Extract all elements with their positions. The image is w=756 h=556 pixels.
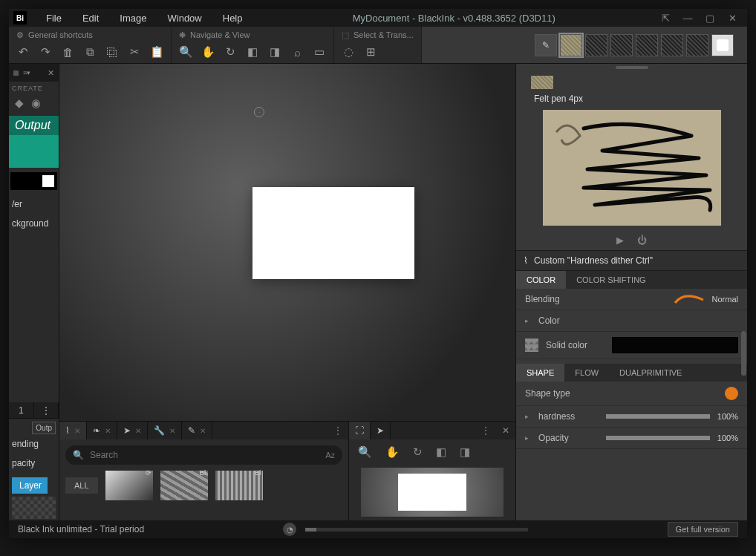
flip2-icon[interactable]: ◨ [460,445,470,459]
minimize-icon[interactable]: — [677,11,698,24]
opacity-label: Opacity [538,433,569,443]
menu-help[interactable]: Help [212,13,253,24]
tab-close-icon[interactable]: ✕ [105,427,111,435]
brush-pen[interactable] [535,34,557,56]
brush-thumb-1[interactable]: ⟳ [105,471,153,500]
menu-image[interactable]: Image [109,13,157,24]
transform-icon[interactable]: ⊞ [364,45,377,59]
diamond-icon[interactable]: ◆ [15,97,24,110]
fit-screen-icon[interactable]: ▭ [313,45,326,59]
dock-handle-icon[interactable] [13,71,19,76]
brush-felt[interactable] [560,34,582,56]
brush-3[interactable] [585,34,607,56]
paste-icon[interactable]: 📋 [150,45,163,59]
tab-close-icon[interactable]: ✕ [200,427,206,435]
pin-icon[interactable]: ⇱ [655,11,676,24]
tab-flow[interactable]: FLOW [564,364,609,382]
redo-icon[interactable]: ↷ [39,45,52,59]
expand-icon[interactable]: ▸ [525,413,531,420]
marquee-icon[interactable]: ◌ [342,45,355,59]
play-icon[interactable]: ▶ [616,235,624,246]
document-canvas[interactable] [252,187,414,279]
nav-tab-1[interactable]: ⛶ [349,422,371,439]
status-bar: Black Ink unlimited - Trial period ◔ Get… [9,520,747,538]
background-name-partial[interactable]: ckground [9,214,59,233]
scrollbar-thumb[interactable] [741,331,746,376]
panel-drag-handle[interactable] [516,64,747,71]
get-full-version-button[interactable]: Get full version [668,522,738,537]
brush-thumb-3[interactable]: Bi [215,471,263,500]
panel-tab-4[interactable]: 🔧✕ [148,422,182,439]
dock-close-icon[interactable]: ✕ [48,68,54,78]
layer-thumbnail[interactable] [12,497,56,519]
close-icon[interactable]: ✕ [722,11,743,24]
circle-icon[interactable]: ◉ [31,97,41,110]
tab-dualprimitive[interactable]: DUALPRIMITIVE [609,364,692,382]
brush-search[interactable]: 🔍 Az [65,445,342,465]
flip-icon[interactable]: ◧ [436,445,446,459]
alpha-swatch-icon[interactable] [525,338,538,352]
brush-4[interactable] [610,34,633,56]
panel-menu-icon[interactable]: ⋮ [328,425,348,436]
brush-5[interactable] [636,34,658,56]
tab-close-icon[interactable]: ✕ [169,427,175,435]
panel-tab-3[interactable]: ➤✕ [117,422,148,439]
controller-icon: ⌇ [524,255,528,266]
zoom-icon[interactable]: 🔍 [358,445,372,459]
zoom-icon[interactable]: 🔍 [179,45,192,59]
copy-icon[interactable]: ⧉ [83,45,97,59]
menu-window[interactable]: Window [157,13,212,24]
expand-icon[interactable]: ▸ [525,434,531,442]
pan-icon[interactable]: ✋ [201,45,215,59]
blending-mode[interactable]: Normal [712,295,738,304]
navigator-canvas[interactable] [361,468,504,517]
undo-icon[interactable]: ↶ [16,45,30,59]
flip-v-icon[interactable]: ◨ [268,45,281,59]
rotate-icon[interactable]: ↻ [224,45,237,59]
maximize-icon[interactable]: ▢ [700,11,720,24]
dock-menu-icon[interactable]: ≡▾ [23,69,30,76]
canvas-viewport[interactable]: · [59,64,515,421]
rotate-hand-icon[interactable]: ↻ [413,445,423,459]
tab-close-icon[interactable]: ✕ [135,427,141,435]
brush-eraser[interactable] [711,34,734,56]
blending-curve-icon[interactable] [674,294,705,304]
panel-menu-icon[interactable]: ⋮ [475,425,496,436]
panel-tab-2[interactable]: ❧✕ [87,422,117,439]
trash-icon[interactable]: 🗑 [61,45,74,59]
filter-all[interactable]: ALL [65,477,98,494]
sort-az-icon[interactable]: Az [325,451,335,459]
brush-6[interactable] [661,34,683,56]
power-icon[interactable]: ⏻ [637,235,647,246]
duplicate-icon[interactable]: ⿻ [105,45,119,59]
nav-tab-2[interactable]: ➤ [371,422,391,439]
menu-file[interactable]: File [36,13,72,24]
layer-name-partial[interactable]: /er [9,194,59,214]
brush-thumb-2[interactable]: Bi [160,471,208,500]
opacity-slider[interactable] [606,436,710,440]
output-tag[interactable]: Outp [32,422,56,434]
output-node[interactable]: Output [9,116,59,168]
tab-color[interactable]: COLOR [516,271,566,289]
layer-pill[interactable]: Layer [12,477,48,494]
pan-icon[interactable]: ✋ [385,445,400,459]
layer-tab-menu[interactable]: ⋮ [34,402,59,418]
search-input[interactable] [90,450,319,460]
color-value[interactable] [612,337,738,353]
expand-icon[interactable]: ▸ [525,317,531,324]
shape-type-dot[interactable] [725,387,738,400]
flip-h-icon[interactable]: ◧ [246,45,259,59]
cut-icon[interactable]: ✂ [128,45,141,59]
tab-color-shifting[interactable]: COLOR SHIFTING [566,271,656,289]
tab-close-icon[interactable]: ✕ [74,427,80,435]
expand-icon: ⛶ [355,425,364,436]
panel-tab-brushes[interactable]: ⌇✕ [59,422,87,439]
panel-tab-5[interactable]: ✎✕ [182,422,212,439]
brush-7[interactable] [686,34,708,56]
zoom-fit-icon[interactable]: ⌕ [290,45,304,59]
tab-shape[interactable]: SHAPE [516,364,564,382]
panel-close-icon[interactable]: ✕ [496,425,515,436]
hardness-slider[interactable] [606,414,710,419]
layer-tab-1[interactable]: 1 [9,402,34,418]
menu-edit[interactable]: Edit [72,13,109,24]
